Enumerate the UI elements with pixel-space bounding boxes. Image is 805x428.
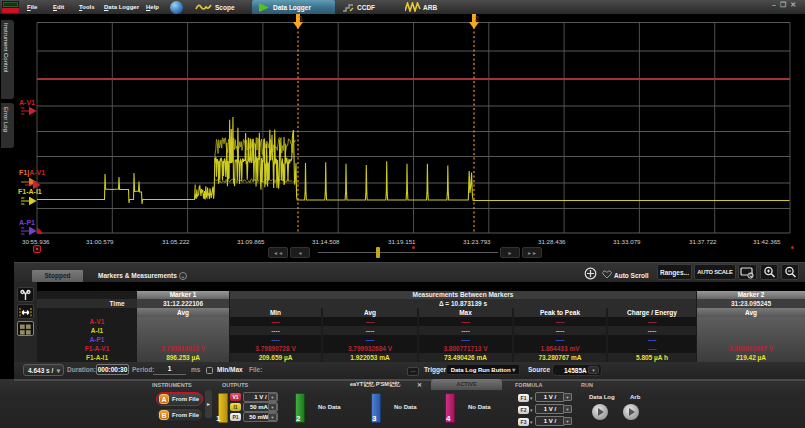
svg-text:1: 1	[299, 15, 303, 22]
svg-text:2: 2	[475, 15, 479, 22]
svg-text:Q: Q	[749, 273, 753, 278]
